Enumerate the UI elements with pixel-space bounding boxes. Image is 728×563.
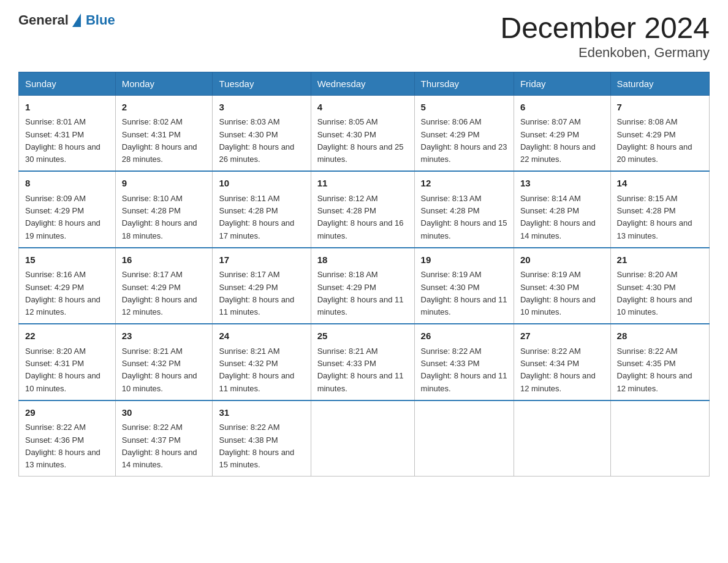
day-info: Sunrise: 8:21 AMSunset: 4:32 PMDaylight:… [219, 347, 294, 393]
calendar-table: SundayMondayTuesdayWednesdayThursdayFrid… [18, 72, 710, 477]
calendar-cell: 16Sunrise: 8:17 AMSunset: 4:29 PMDayligh… [115, 248, 213, 324]
logo: General Blue [18, 12, 115, 28]
calendar-cell: 25Sunrise: 8:21 AMSunset: 4:33 PMDayligh… [311, 324, 414, 400]
calendar-cell: 4Sunrise: 8:05 AMSunset: 4:30 PMDaylight… [311, 95, 414, 171]
day-info: Sunrise: 8:01 AMSunset: 4:31 PMDaylight:… [25, 117, 100, 164]
day-number: 27 [520, 329, 604, 343]
day-number: 20 [520, 253, 604, 267]
calendar-week-row: 8Sunrise: 8:09 AMSunset: 4:29 PMDaylight… [19, 171, 710, 248]
calendar-cell: 26Sunrise: 8:22 AMSunset: 4:33 PMDayligh… [414, 324, 514, 400]
day-info: Sunrise: 8:18 AMSunset: 4:29 PMDaylight:… [317, 270, 404, 316]
day-number: 25 [317, 329, 408, 343]
day-info: Sunrise: 8:12 AMSunset: 4:28 PMDaylight:… [317, 194, 404, 240]
day-number: 7 [617, 101, 703, 115]
day-info: Sunrise: 8:10 AMSunset: 4:28 PMDaylight:… [122, 194, 197, 240]
header-cell-saturday: Saturday [610, 72, 709, 95]
day-info: Sunrise: 8:20 AMSunset: 4:31 PMDaylight:… [25, 347, 100, 393]
day-number: 13 [520, 177, 604, 191]
day-info: Sunrise: 8:22 AMSunset: 4:36 PMDaylight:… [25, 423, 100, 469]
day-info: Sunrise: 8:22 AMSunset: 4:37 PMDaylight:… [122, 423, 197, 469]
day-info: Sunrise: 8:22 AMSunset: 4:35 PMDaylight:… [617, 347, 692, 393]
day-number: 14 [617, 177, 703, 191]
location-title: Edenkoben, Germany [500, 45, 710, 61]
calendar-week-row: 1Sunrise: 8:01 AMSunset: 4:31 PMDaylight… [19, 95, 710, 171]
page-title: December 2024 [500, 12, 710, 45]
calendar-cell: 1Sunrise: 8:01 AMSunset: 4:31 PMDaylight… [19, 95, 116, 171]
header-cell-wednesday: Wednesday [311, 72, 414, 95]
calendar-cell: 27Sunrise: 8:22 AMSunset: 4:34 PMDayligh… [514, 324, 610, 400]
calendar-cell: 6Sunrise: 8:07 AMSunset: 4:29 PMDaylight… [514, 95, 610, 171]
logo-triangle-icon [72, 13, 81, 27]
calendar-cell: 12Sunrise: 8:13 AMSunset: 4:28 PMDayligh… [414, 171, 514, 248]
day-info: Sunrise: 8:16 AMSunset: 4:29 PMDaylight:… [25, 270, 100, 316]
header-cell-thursday: Thursday [414, 72, 514, 95]
calendar-cell: 21Sunrise: 8:20 AMSunset: 4:30 PMDayligh… [610, 248, 709, 324]
day-number: 30 [122, 406, 207, 420]
calendar-cell: 24Sunrise: 8:21 AMSunset: 4:32 PMDayligh… [213, 324, 311, 400]
day-number: 24 [219, 329, 304, 343]
day-number: 3 [219, 101, 304, 115]
header-cell-sunday: Sunday [19, 72, 116, 95]
header-row: SundayMondayTuesdayWednesdayThursdayFrid… [19, 72, 710, 95]
day-number: 21 [617, 253, 703, 267]
calendar-cell: 3Sunrise: 8:03 AMSunset: 4:30 PMDaylight… [213, 95, 311, 171]
calendar-cell: 7Sunrise: 8:08 AMSunset: 4:29 PMDaylight… [610, 95, 709, 171]
day-number: 16 [122, 253, 207, 267]
day-number: 10 [219, 177, 304, 191]
day-info: Sunrise: 8:14 AMSunset: 4:28 PMDaylight:… [520, 194, 596, 240]
day-number: 6 [520, 101, 604, 115]
title-block: December 2024 Edenkoben, Germany [500, 12, 710, 61]
day-info: Sunrise: 8:21 AMSunset: 4:32 PMDaylight:… [122, 347, 197, 393]
calendar-cell: 15Sunrise: 8:16 AMSunset: 4:29 PMDayligh… [19, 248, 116, 324]
day-number: 19 [421, 253, 507, 267]
day-info: Sunrise: 8:02 AMSunset: 4:31 PMDaylight:… [122, 117, 197, 164]
header-cell-friday: Friday [514, 72, 610, 95]
calendar-cell: 11Sunrise: 8:12 AMSunset: 4:28 PMDayligh… [311, 171, 414, 248]
day-number: 23 [122, 329, 207, 343]
day-number: 15 [25, 253, 109, 267]
calendar-cell [311, 400, 414, 477]
day-number: 29 [25, 406, 109, 420]
day-number: 28 [617, 329, 703, 343]
calendar-week-row: 29Sunrise: 8:22 AMSunset: 4:36 PMDayligh… [19, 400, 710, 477]
day-info: Sunrise: 8:17 AMSunset: 4:29 PMDaylight:… [219, 270, 294, 316]
calendar-cell: 5Sunrise: 8:06 AMSunset: 4:29 PMDaylight… [414, 95, 514, 171]
calendar-cell: 18Sunrise: 8:18 AMSunset: 4:29 PMDayligh… [311, 248, 414, 324]
day-info: Sunrise: 8:22 AMSunset: 4:38 PMDaylight:… [219, 423, 294, 469]
calendar-cell [514, 400, 610, 477]
calendar-cell [414, 400, 514, 477]
day-info: Sunrise: 8:06 AMSunset: 4:29 PMDaylight:… [421, 117, 507, 164]
calendar-cell: 14Sunrise: 8:15 AMSunset: 4:28 PMDayligh… [610, 171, 709, 248]
calendar-cell [610, 400, 709, 477]
day-info: Sunrise: 8:22 AMSunset: 4:33 PMDaylight:… [421, 347, 507, 393]
calendar-cell: 28Sunrise: 8:22 AMSunset: 4:35 PMDayligh… [610, 324, 709, 400]
day-info: Sunrise: 8:15 AMSunset: 4:28 PMDaylight:… [617, 194, 692, 240]
day-number: 12 [421, 177, 507, 191]
day-info: Sunrise: 8:19 AMSunset: 4:30 PMDaylight:… [520, 270, 596, 316]
day-number: 4 [317, 101, 408, 115]
day-number: 11 [317, 177, 408, 191]
day-info: Sunrise: 8:22 AMSunset: 4:34 PMDaylight:… [520, 347, 596, 393]
calendar-cell: 31Sunrise: 8:22 AMSunset: 4:38 PMDayligh… [213, 400, 311, 477]
day-info: Sunrise: 8:21 AMSunset: 4:33 PMDaylight:… [317, 347, 404, 393]
day-info: Sunrise: 8:03 AMSunset: 4:30 PMDaylight:… [219, 117, 294, 164]
day-number: 26 [421, 329, 507, 343]
calendar-cell: 17Sunrise: 8:17 AMSunset: 4:29 PMDayligh… [213, 248, 311, 324]
calendar-cell: 13Sunrise: 8:14 AMSunset: 4:28 PMDayligh… [514, 171, 610, 248]
day-info: Sunrise: 8:07 AMSunset: 4:29 PMDaylight:… [520, 117, 596, 164]
day-number: 9 [122, 177, 207, 191]
day-number: 31 [219, 406, 304, 420]
day-number: 22 [25, 329, 109, 343]
calendar-cell: 30Sunrise: 8:22 AMSunset: 4:37 PMDayligh… [115, 400, 213, 477]
calendar-cell: 10Sunrise: 8:11 AMSunset: 4:28 PMDayligh… [213, 171, 311, 248]
calendar-cell: 22Sunrise: 8:20 AMSunset: 4:31 PMDayligh… [19, 324, 116, 400]
calendar-week-row: 15Sunrise: 8:16 AMSunset: 4:29 PMDayligh… [19, 248, 710, 324]
calendar-cell: 8Sunrise: 8:09 AMSunset: 4:29 PMDaylight… [19, 171, 116, 248]
calendar-cell: 19Sunrise: 8:19 AMSunset: 4:30 PMDayligh… [414, 248, 514, 324]
calendar-cell: 9Sunrise: 8:10 AMSunset: 4:28 PMDaylight… [115, 171, 213, 248]
calendar-cell: 2Sunrise: 8:02 AMSunset: 4:31 PMDaylight… [115, 95, 213, 171]
day-info: Sunrise: 8:17 AMSunset: 4:29 PMDaylight:… [122, 270, 197, 316]
calendar-week-row: 22Sunrise: 8:20 AMSunset: 4:31 PMDayligh… [19, 324, 710, 400]
day-info: Sunrise: 8:13 AMSunset: 4:28 PMDaylight:… [421, 194, 507, 240]
day-number: 2 [122, 101, 207, 115]
